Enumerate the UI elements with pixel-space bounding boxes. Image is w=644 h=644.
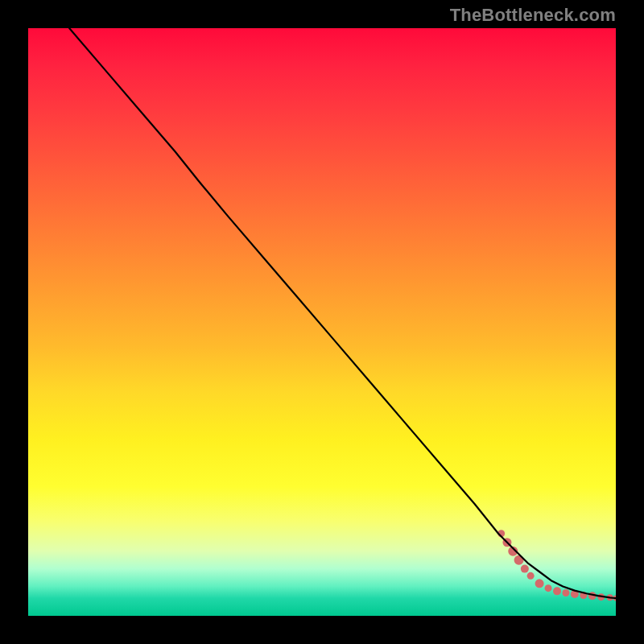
chart-overlay: [28, 28, 616, 616]
scatter-group: [497, 530, 616, 601]
scatter-point: [521, 565, 529, 573]
scatter-point: [535, 579, 544, 588]
scatter-point: [527, 572, 535, 580]
watermark-label: TheBottleneck.com: [450, 5, 616, 26]
plot-area: [28, 28, 616, 616]
scatter-point: [545, 584, 552, 592]
scatter-point: [562, 589, 569, 597]
scatter-point: [553, 587, 561, 595]
bottleneck-curve: [69, 28, 616, 598]
chart-stage: TheBottleneck.com: [0, 0, 644, 644]
